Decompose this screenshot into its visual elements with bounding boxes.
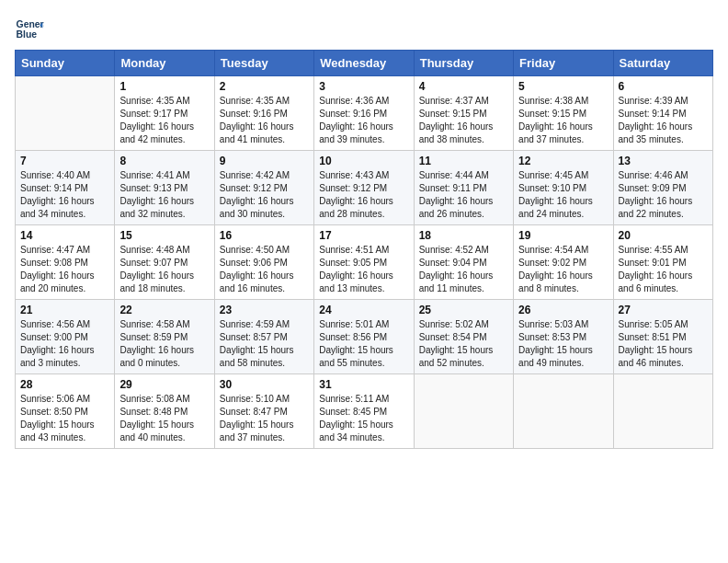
day-number: 8 — [119, 155, 209, 167]
day-info: Sunrise: 4:48 AM Sunset: 9:07 PM Dayligh… — [119, 244, 209, 295]
day-info: Sunrise: 4:55 AM Sunset: 9:01 PM Dayligh… — [619, 244, 708, 295]
day-info: Sunrise: 4:45 AM Sunset: 9:10 PM Dayligh… — [518, 169, 608, 221]
column-header-tuesday: Tuesday — [214, 51, 313, 76]
day-info: Sunrise: 5:05 AM Sunset: 8:51 PM Dayligh… — [619, 318, 708, 370]
day-cell: 26Sunrise: 5:03 AM Sunset: 8:53 PM Dayli… — [514, 300, 613, 374]
day-cell — [414, 374, 513, 449]
day-info: Sunrise: 4:38 AM Sunset: 9:15 PM Dayligh… — [518, 95, 608, 146]
day-info: Sunrise: 4:42 AM Sunset: 9:12 PM Dayligh… — [220, 169, 309, 221]
day-number: 16 — [220, 229, 309, 242]
day-number: 13 — [619, 155, 708, 167]
day-cell: 29Sunrise: 5:08 AM Sunset: 8:48 PM Dayli… — [115, 374, 214, 449]
day-cell: 10Sunrise: 4:43 AM Sunset: 9:12 PM Dayli… — [314, 151, 414, 225]
calendar-body: 1Sunrise: 4:35 AM Sunset: 9:17 PM Daylig… — [16, 76, 713, 449]
svg-text:General: General — [17, 19, 44, 29]
day-info: Sunrise: 4:41 AM Sunset: 9:13 PM Dayligh… — [119, 169, 209, 221]
calendar-table: SundayMondayTuesdayWednesdayThursdayFrid… — [15, 50, 713, 449]
column-header-friday: Friday — [514, 51, 613, 76]
day-info: Sunrise: 4:51 AM Sunset: 9:05 PM Dayligh… — [319, 244, 408, 295]
day-cell: 27Sunrise: 5:05 AM Sunset: 8:51 PM Dayli… — [613, 300, 712, 374]
day-number: 14 — [20, 229, 109, 242]
day-number: 5 — [518, 80, 608, 93]
week-row-5: 28Sunrise: 5:06 AM Sunset: 8:50 PM Dayli… — [16, 374, 713, 449]
day-number: 27 — [619, 304, 708, 316]
day-number: 7 — [20, 155, 109, 167]
day-number: 31 — [319, 378, 408, 391]
page-header: General Blue — [15, 15, 713, 44]
day-number: 11 — [419, 155, 508, 167]
column-header-thursday: Thursday — [414, 51, 513, 76]
day-cell — [613, 374, 712, 449]
day-number: 2 — [220, 80, 309, 93]
day-cell: 24Sunrise: 5:01 AM Sunset: 8:56 PM Dayli… — [314, 300, 414, 374]
day-info: Sunrise: 4:58 AM Sunset: 8:59 PM Dayligh… — [119, 318, 209, 370]
day-number: 28 — [20, 378, 109, 391]
day-cell: 18Sunrise: 4:52 AM Sunset: 9:04 PM Dayli… — [414, 225, 513, 300]
day-info: Sunrise: 4:47 AM Sunset: 9:08 PM Dayligh… — [20, 244, 109, 295]
day-info: Sunrise: 4:50 AM Sunset: 9:06 PM Dayligh… — [220, 244, 309, 295]
day-cell: 8Sunrise: 4:41 AM Sunset: 9:13 PM Daylig… — [115, 151, 214, 225]
day-number: 6 — [619, 80, 708, 93]
day-info: Sunrise: 5:10 AM Sunset: 8:47 PM Dayligh… — [220, 393, 309, 444]
day-cell: 13Sunrise: 4:46 AM Sunset: 9:09 PM Dayli… — [613, 151, 712, 225]
column-header-saturday: Saturday — [613, 51, 712, 76]
day-cell — [514, 374, 613, 449]
day-info: Sunrise: 4:52 AM Sunset: 9:04 PM Dayligh… — [419, 244, 508, 295]
day-info: Sunrise: 4:39 AM Sunset: 9:14 PM Dayligh… — [619, 95, 708, 146]
day-number: 1 — [119, 80, 209, 93]
day-cell: 16Sunrise: 4:50 AM Sunset: 9:06 PM Dayli… — [214, 225, 313, 300]
day-info: Sunrise: 4:35 AM Sunset: 9:17 PM Dayligh… — [119, 95, 209, 146]
day-cell: 7Sunrise: 4:40 AM Sunset: 9:14 PM Daylig… — [16, 151, 115, 225]
day-cell: 4Sunrise: 4:37 AM Sunset: 9:15 PM Daylig… — [414, 76, 513, 151]
day-number: 4 — [419, 80, 508, 93]
day-info: Sunrise: 4:56 AM Sunset: 9:00 PM Dayligh… — [20, 318, 109, 370]
day-cell: 6Sunrise: 4:39 AM Sunset: 9:14 PM Daylig… — [613, 76, 712, 151]
day-info: Sunrise: 5:11 AM Sunset: 8:45 PM Dayligh… — [319, 393, 408, 444]
day-cell: 28Sunrise: 5:06 AM Sunset: 8:50 PM Dayli… — [16, 374, 115, 449]
day-cell: 21Sunrise: 4:56 AM Sunset: 9:00 PM Dayli… — [16, 300, 115, 374]
day-cell: 9Sunrise: 4:42 AM Sunset: 9:12 PM Daylig… — [214, 151, 313, 225]
day-number: 24 — [319, 304, 408, 316]
column-header-sunday: Sunday — [16, 51, 115, 76]
day-cell: 15Sunrise: 4:48 AM Sunset: 9:07 PM Dayli… — [115, 225, 214, 300]
column-header-monday: Monday — [115, 51, 214, 76]
day-info: Sunrise: 5:08 AM Sunset: 8:48 PM Dayligh… — [119, 393, 209, 444]
day-cell: 14Sunrise: 4:47 AM Sunset: 9:08 PM Dayli… — [16, 225, 115, 300]
day-number: 19 — [518, 229, 608, 242]
logo-icon: General Blue — [15, 15, 44, 44]
day-cell: 17Sunrise: 4:51 AM Sunset: 9:05 PM Dayli… — [314, 225, 414, 300]
day-cell: 5Sunrise: 4:38 AM Sunset: 9:15 PM Daylig… — [514, 76, 613, 151]
day-info: Sunrise: 5:02 AM Sunset: 8:54 PM Dayligh… — [419, 318, 508, 370]
day-number: 9 — [220, 155, 309, 167]
day-info: Sunrise: 4:59 AM Sunset: 8:57 PM Dayligh… — [220, 318, 309, 370]
day-number: 30 — [220, 378, 309, 391]
day-info: Sunrise: 5:06 AM Sunset: 8:50 PM Dayligh… — [20, 393, 109, 444]
day-cell: 2Sunrise: 4:35 AM Sunset: 9:16 PM Daylig… — [214, 76, 313, 151]
day-number: 17 — [319, 229, 408, 242]
day-info: Sunrise: 4:35 AM Sunset: 9:16 PM Dayligh… — [220, 95, 309, 146]
day-cell: 20Sunrise: 4:55 AM Sunset: 9:01 PM Dayli… — [613, 225, 712, 300]
day-info: Sunrise: 4:43 AM Sunset: 9:12 PM Dayligh… — [319, 169, 408, 221]
day-number: 15 — [119, 229, 209, 242]
day-info: Sunrise: 5:03 AM Sunset: 8:53 PM Dayligh… — [518, 318, 608, 370]
day-info: Sunrise: 4:36 AM Sunset: 9:16 PM Dayligh… — [319, 95, 408, 146]
day-info: Sunrise: 4:44 AM Sunset: 9:11 PM Dayligh… — [419, 169, 508, 221]
day-cell — [16, 76, 115, 151]
day-info: Sunrise: 4:40 AM Sunset: 9:14 PM Dayligh… — [20, 169, 109, 221]
calendar-header-row: SundayMondayTuesdayWednesdayThursdayFrid… — [16, 51, 713, 76]
day-cell: 30Sunrise: 5:10 AM Sunset: 8:47 PM Dayli… — [214, 374, 313, 449]
day-number: 29 — [119, 378, 209, 391]
day-number: 26 — [518, 304, 608, 316]
day-cell: 31Sunrise: 5:11 AM Sunset: 8:45 PM Dayli… — [314, 374, 414, 449]
day-info: Sunrise: 5:01 AM Sunset: 8:56 PM Dayligh… — [319, 318, 408, 370]
day-cell: 25Sunrise: 5:02 AM Sunset: 8:54 PM Dayli… — [414, 300, 513, 374]
day-info: Sunrise: 4:54 AM Sunset: 9:02 PM Dayligh… — [518, 244, 608, 295]
day-cell: 1Sunrise: 4:35 AM Sunset: 9:17 PM Daylig… — [115, 76, 214, 151]
column-header-wednesday: Wednesday — [314, 51, 414, 76]
day-cell: 12Sunrise: 4:45 AM Sunset: 9:10 PM Dayli… — [514, 151, 613, 225]
day-number: 20 — [619, 229, 708, 242]
day-info: Sunrise: 4:46 AM Sunset: 9:09 PM Dayligh… — [619, 169, 708, 221]
week-row-3: 14Sunrise: 4:47 AM Sunset: 9:08 PM Dayli… — [16, 225, 713, 300]
week-row-4: 21Sunrise: 4:56 AM Sunset: 9:00 PM Dayli… — [16, 300, 713, 374]
day-cell: 23Sunrise: 4:59 AM Sunset: 8:57 PM Dayli… — [214, 300, 313, 374]
